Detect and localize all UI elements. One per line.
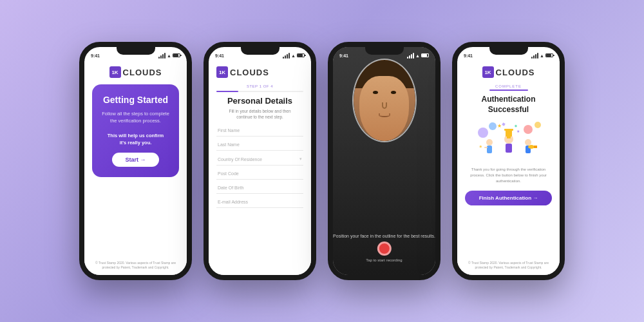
logo-text: CLOUDS: [230, 68, 269, 77]
field-label: First Name: [218, 128, 240, 133]
celebration-illustration: ★ ★: [470, 120, 547, 162]
start-button[interactable]: Start →: [112, 153, 158, 167]
svg-rect-13: [487, 146, 492, 153]
section-title: Personal Details: [216, 96, 303, 106]
phone-notch: [365, 47, 404, 55]
hero-body: Follow all the steps to completethe veri…: [100, 110, 171, 146]
footer-text: © Trust Stamp 2020. Various aspects of T…: [92, 261, 179, 270]
signal-icon: [283, 53, 290, 59]
logo-text: CLOUDS: [496, 68, 535, 77]
complete-badge: COMPLETE: [495, 84, 522, 88]
phone3-content: Position your face in the outline for th…: [333, 47, 435, 275]
svg-point-2: [524, 125, 533, 134]
svg-point-1: [489, 122, 497, 130]
phone-face-scan: 9:41 ▲: [328, 42, 440, 280]
status-time: 9:41: [215, 53, 224, 58]
field-first-name[interactable]: First Name: [216, 125, 303, 137]
phone-getting-started: 9:41 ▲ 1K CLOUDS Getting Started Follow …: [79, 42, 192, 280]
status-time: 9:41: [91, 53, 100, 58]
face-eye-left: [373, 91, 378, 94]
face-photo: [354, 60, 415, 141]
svg-point-15: [525, 139, 531, 146]
section-desc: Fill in your details below and thenconti…: [216, 108, 303, 120]
complete-bar: [489, 90, 528, 91]
hero-title: Getting Started: [100, 95, 171, 105]
battery-icon: [421, 53, 429, 57]
signal-icon: [531, 53, 538, 59]
scan-instruction: Position your face in the outline for th…: [333, 233, 435, 240]
face-eye-right: [391, 91, 396, 94]
svg-rect-10: [504, 129, 513, 131]
svg-rect-5: [514, 125, 516, 128]
phone-notch: [117, 47, 155, 55]
status-time: 9:41: [339, 53, 348, 58]
signal-icon: [158, 53, 166, 59]
status-icons: ▲: [158, 53, 180, 59]
logo: 1K CLOUDS: [482, 66, 535, 78]
record-button[interactable]: Tap to start recording: [366, 242, 402, 262]
logo: 1K CLOUDS: [216, 66, 303, 78]
phone4-content: 1K CLOUDS COMPLETE Authentication Succes…: [457, 61, 560, 275]
chevron-down-icon: ▾: [299, 156, 302, 162]
wifi-icon: ▲: [540, 53, 544, 58]
logo-icon: 1K: [216, 66, 228, 78]
svg-point-3: [535, 122, 541, 128]
finish-auth-button[interactable]: Finish Authentication →: [465, 191, 552, 205]
field-country[interactable]: Country Of Residence ▾: [216, 153, 303, 166]
field-label: Country Of Residence: [218, 157, 262, 162]
wifi-icon: ▲: [167, 53, 171, 58]
status-time: 9:41: [464, 53, 473, 58]
field-label: Last Name: [218, 142, 240, 147]
step-bar: [216, 91, 303, 92]
auth-success-title: Authentication Successful: [465, 95, 552, 115]
phone-notch: [489, 47, 528, 55]
footer-text: © Trust Stamp 2020. Various aspects of T…: [465, 261, 552, 270]
face-oval-guide: [352, 59, 417, 142]
field-postcode[interactable]: Post Code: [216, 168, 303, 180]
field-label: E-mail Address: [218, 200, 248, 204]
step-bar-fill: [216, 91, 238, 92]
logo-icon: 1K: [482, 66, 494, 78]
logo-icon: 1K: [109, 66, 121, 78]
svg-rect-4: [502, 122, 505, 126]
svg-text:★: ★: [497, 123, 502, 129]
record-label: Tap to start recording: [366, 258, 402, 262]
svg-point-18: [528, 145, 535, 149]
svg-rect-6: [479, 146, 482, 148]
battery-icon: [545, 53, 553, 57]
status-icons: ▲: [283, 53, 305, 59]
svg-rect-8: [506, 144, 512, 153]
step-indicator: STEP 1 OF 4: [216, 84, 303, 88]
svg-rect-14: [484, 147, 488, 148]
auth-description: Thank you for going through the verifica…: [470, 167, 547, 184]
field-label: Post Code: [218, 171, 239, 176]
svg-point-0: [478, 128, 488, 138]
field-email[interactable]: E-mail Address: [216, 196, 303, 208]
phone-notch: [241, 47, 279, 55]
field-dob[interactable]: Date Of Birth: [216, 182, 303, 194]
wifi-icon: ▲: [415, 53, 420, 58]
svg-text:★: ★: [516, 129, 520, 133]
field-label: Date Of Birth: [218, 185, 243, 190]
phone-auth-success: 9:41 ▲ 1K CLOUDS COMPLETE Authentication…: [452, 42, 565, 280]
face-mouth: [379, 113, 390, 117]
svg-rect-9: [506, 130, 512, 137]
status-icons: ▲: [407, 53, 429, 59]
svg-rect-19: [534, 146, 537, 148]
face-nose: [382, 102, 387, 109]
logo: 1K CLOUDS: [109, 66, 162, 78]
logo-text: CLOUDS: [123, 68, 162, 77]
face-skin: [359, 76, 409, 141]
phone2-content: 1K CLOUDS STEP 1 OF 4 Personal Details F…: [209, 61, 311, 275]
face-eyes: [354, 91, 415, 94]
phone1-content: 1K CLOUDS Getting Started Follow all the…: [84, 61, 187, 275]
phone-personal-details: 9:41 ▲ 1K CLOUDS STEP 1 OF 4 Personal De…: [204, 42, 316, 280]
hero-card: Getting Started Follow all the steps to …: [92, 84, 179, 177]
battery-icon: [173, 53, 180, 57]
wifi-icon: ▲: [291, 53, 296, 58]
svg-rect-11: [507, 137, 511, 138]
record-circle-icon: [377, 242, 392, 256]
battery-icon: [297, 53, 305, 57]
field-last-name[interactable]: Last Name: [216, 139, 303, 151]
svg-point-12: [486, 139, 493, 146]
